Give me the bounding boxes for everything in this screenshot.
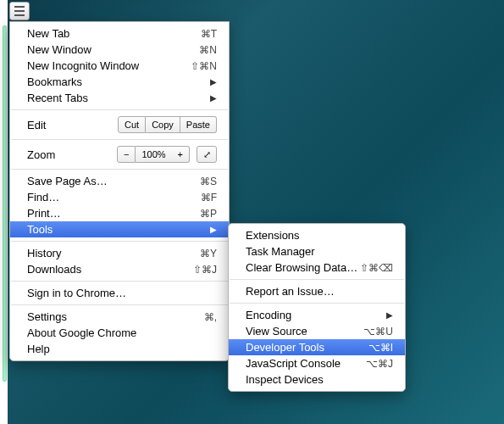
fullscreen-button[interactable]: ⤢: [197, 146, 217, 163]
tools-item-extensions[interactable]: Extensions: [229, 227, 405, 243]
menu-item-shortcut: ⌘Y: [200, 248, 217, 259]
paste-button[interactable]: Paste: [180, 116, 217, 133]
main-item-new-tab[interactable]: New Tab⌘T: [10, 25, 229, 42]
zoom-in-button[interactable]: +: [172, 146, 190, 163]
fullscreen-icon: ⤢: [203, 149, 211, 160]
menu-item-label: Find…: [27, 191, 201, 204]
main-item-downloads[interactable]: Downloads⇧⌘J: [10, 261, 229, 277]
chrome-menu-button[interactable]: [9, 2, 30, 20]
menu-item-label: History: [27, 247, 200, 259]
menu-separator: [230, 279, 404, 280]
tools-item-task-manager[interactable]: Task Manager: [229, 243, 405, 259]
menu-item-label: Recent Tabs: [27, 92, 205, 104]
menu-item-shortcut: ⌘T: [201, 28, 217, 40]
menu-item-shortcut: ⌘P: [200, 208, 217, 220]
submenu-arrow-icon: ▶: [210, 225, 217, 234]
menu-item-label: Sign in to Chrome…: [27, 287, 217, 299]
tools-item-inspect-devices[interactable]: Inspect Devices: [229, 371, 405, 388]
zoom-label: Zoom: [27, 148, 55, 161]
menu-separator: [230, 303, 404, 304]
menu-item-label: Settings: [27, 310, 204, 323]
main-item-about[interactable]: About Google Chrome: [10, 325, 229, 341]
menu-item-shortcut: ⌥⌘U: [363, 326, 393, 338]
menu-item-label: Print…: [27, 207, 200, 220]
menu-item-label: Help: [27, 343, 217, 355]
edit-label: Edit: [27, 119, 46, 131]
menu-item-shortcut: ⌥⌘J: [366, 358, 393, 370]
cut-button[interactable]: Cut: [118, 116, 146, 133]
menu-item-shortcut: ⌘,: [204, 311, 217, 323]
tools-item-js-console[interactable]: JavaScript Console⌥⌘J: [229, 355, 405, 371]
menu-item-shortcut: ⇧⌘⌫: [360, 262, 393, 274]
submenu-arrow-icon: ▶: [210, 77, 217, 86]
main-item-bookmarks[interactable]: Bookmarks▶: [10, 74, 229, 90]
menu-item-label: Bookmarks: [27, 75, 205, 88]
menu-item-label: Clear Browsing Data…: [246, 261, 360, 274]
menu-item-shortcut: ⌥⌘I: [368, 342, 393, 354]
tools-item-dev-tools[interactable]: Developer Tools⌥⌘I: [229, 339, 405, 355]
tab-edge: [3, 25, 7, 382]
zoom-button-group: −100%+: [117, 146, 190, 163]
submenu-arrow-icon: ▶: [210, 93, 217, 103]
menu-item-shortcut: ⌘F: [201, 192, 217, 204]
menu-item-label: New Window: [27, 43, 199, 56]
tools-item-encoding[interactable]: Encoding▶: [229, 307, 405, 323]
menu-item-shortcut: ⌘N: [199, 44, 217, 56]
menu-item-label: Save Page As…: [27, 175, 200, 187]
menu-separator: [11, 304, 228, 305]
menu-item-label: About Google Chrome: [27, 326, 217, 339]
menu-separator: [11, 281, 228, 282]
main-item-recent-tabs[interactable]: Recent Tabs▶: [10, 90, 229, 106]
main-item-new-window[interactable]: New Window⌘N: [10, 42, 229, 58]
menu-item-label: Task Manager: [246, 245, 393, 258]
browser-chrome-edge: [0, 0, 8, 424]
menu-item-shortcut: ⇧⌘N: [191, 60, 217, 72]
main-item-find[interactable]: Find…⌘F: [10, 189, 229, 205]
main-item-print[interactable]: Print…⌘P: [10, 205, 229, 221]
tools-item-clear-browsing[interactable]: Clear Browsing Data…⇧⌘⌫: [229, 259, 405, 276]
main-item-save-as[interactable]: Save Page As…⌘S: [10, 173, 229, 189]
tools-item-report-issue[interactable]: Report an Issue…: [229, 283, 405, 299]
menu-separator: [11, 169, 228, 170]
menu-item-label: Tools: [27, 223, 205, 236]
menu-item-label: Extensions: [246, 229, 393, 242]
main-item-tools[interactable]: Tools▶: [10, 221, 229, 237]
menu-item-label: New Tab: [27, 27, 201, 40]
main-item-signin[interactable]: Sign in to Chrome…: [10, 285, 229, 301]
main-item-settings[interactable]: Settings⌘,: [10, 309, 229, 325]
menu-separator: [11, 241, 228, 242]
zoom-row: Zoom−100%+⤢: [10, 143, 229, 165]
menu-item-label: JavaScript Console: [246, 357, 366, 370]
main-item-help[interactable]: Help: [10, 341, 229, 357]
chrome-main-menu: New Tab⌘TNew Window⌘NNew Incognito Windo…: [9, 21, 230, 361]
main-item-history[interactable]: History⌘Y: [10, 245, 229, 261]
submenu-arrow-icon: ▶: [386, 310, 393, 320]
menu-item-label: Developer Tools: [246, 341, 368, 354]
menu-item-label: New Incognito Window: [27, 59, 191, 72]
zoom-level: 100%: [136, 146, 171, 163]
copy-button[interactable]: Copy: [146, 116, 180, 133]
tools-submenu: ExtensionsTask ManagerClear Browsing Dat…: [228, 223, 406, 392]
menu-separator: [11, 139, 228, 140]
menu-item-label: Inspect Devices: [246, 373, 393, 386]
zoom-out-button[interactable]: −: [117, 146, 136, 163]
hamburger-icon: [14, 6, 25, 8]
menu-item-label: Encoding: [246, 309, 381, 321]
menu-separator: [11, 109, 228, 110]
edit-button-group: CutCopyPaste: [118, 116, 217, 133]
menu-item-label: View Source: [246, 325, 363, 338]
menu-item-label: Downloads: [27, 263, 193, 276]
menu-item-shortcut: ⌘S: [200, 176, 217, 187]
menu-item-shortcut: ⇧⌘J: [193, 264, 217, 276]
main-item-new-incognito[interactable]: New Incognito Window⇧⌘N: [10, 58, 229, 74]
tools-item-view-source[interactable]: View Source⌥⌘U: [229, 323, 405, 339]
menu-item-label: Report an Issue…: [246, 285, 393, 298]
edit-row: EditCutCopyPaste: [10, 114, 229, 136]
